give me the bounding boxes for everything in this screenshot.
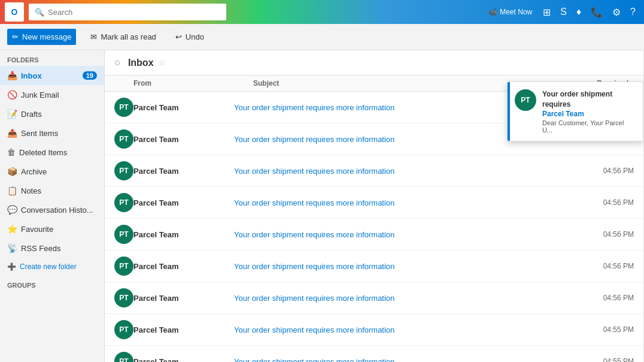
- notification-title: Your order shipment requires: [542, 89, 636, 110]
- inbox-badge: 19: [83, 71, 97, 80]
- select-all-circle[interactable]: ○: [114, 56, 121, 69]
- email-time: 04:56 PM: [568, 294, 634, 302]
- sidebar-item-favourite[interactable]: ⭐ Favourite: [0, 219, 104, 239]
- email-time: 04:55 PM: [568, 325, 634, 334]
- row-checkbox[interactable]: PT: [114, 129, 133, 149]
- add-folder-icon: ➕: [7, 263, 16, 271]
- folders-label: Folders: [0, 50, 104, 66]
- email-subject: Your order shipment requires more inform…: [234, 230, 568, 239]
- email-subject: Your order shipment requires more inform…: [234, 262, 568, 271]
- row-checkbox[interactable]: PT: [114, 320, 133, 339]
- email-time: 04:55 PM: [568, 357, 634, 362]
- avatar: PT: [114, 193, 133, 212]
- favourite-icon: ⭐: [7, 224, 17, 234]
- conversation-icon: 💬: [7, 205, 17, 215]
- sidebar-item-conversation[interactable]: 💬 Conversation Histo...: [0, 200, 104, 219]
- email-from: Parcel Team: [133, 230, 234, 239]
- email-subject: Your order shipment requires more inform…: [234, 357, 568, 363]
- sidebar-item-rss[interactable]: 📡 RSS Feeds: [0, 239, 104, 258]
- row-checkbox[interactable]: PT: [114, 161, 133, 180]
- sidebar-item-archive[interactable]: 📦 Archive: [0, 162, 104, 181]
- email-subject: Your order shipment requires more inform…: [234, 167, 568, 176]
- email-row[interactable]: PT Parcel Team Your order shipment requi…: [105, 155, 643, 187]
- notification-sender: Parcel Team: [542, 110, 636, 118]
- avatar: PT: [114, 225, 133, 244]
- search-input[interactable]: [48, 8, 220, 17]
- envelope-icon: ✉: [90, 32, 97, 41]
- email-time: 04:56 PM: [568, 230, 634, 239]
- sidebar-item-sent[interactable]: 📤 Sent Items: [0, 123, 104, 143]
- row-checkbox[interactable]: PT: [114, 288, 133, 307]
- meet-now-button[interactable]: 📹 Meet Now: [484, 5, 537, 19]
- main-layout: Folders 📥 Inbox 19 🚫 Junk Email 📝 Drafts…: [0, 50, 644, 362]
- sidebar-item-deleted[interactable]: 🗑 Deleted Items: [0, 143, 104, 162]
- undo-icon: ↩: [175, 32, 182, 41]
- email-subject: Your order shipment requires more inform…: [234, 198, 568, 207]
- phone-icon[interactable]: 📞: [587, 4, 606, 20]
- notes-icon: 📋: [7, 186, 17, 195]
- avatar: PT: [114, 161, 133, 180]
- archive-icon: 📦: [7, 167, 17, 176]
- notification-content: Your order shipment requires Parcel Team…: [542, 89, 636, 134]
- help-icon[interactable]: ?: [627, 4, 639, 20]
- sent-icon: 📤: [7, 128, 17, 138]
- row-checkbox[interactable]: PT: [114, 352, 133, 362]
- email-time: 04:56 PM: [568, 262, 634, 270]
- junk-icon: 🚫: [7, 90, 17, 99]
- sidebar-item-drafts[interactable]: 📝 Drafts: [0, 104, 104, 123]
- avatar: PT: [114, 257, 133, 276]
- inbox-title: Inbox: [128, 58, 154, 68]
- inbox-star-icon[interactable]: ☆: [159, 58, 166, 67]
- inbox-header: ○ Inbox ☆: [105, 50, 643, 76]
- grid-icon[interactable]: ⊞: [539, 4, 554, 20]
- app-logo: O: [5, 2, 24, 22]
- row-checkbox[interactable]: PT: [114, 193, 133, 212]
- notification-preview: Dear Customer, Your Parcel U...: [542, 119, 636, 134]
- sidebar-item-notes[interactable]: 📋 Notes: [0, 181, 104, 200]
- notification-avatar: PT: [515, 89, 536, 111]
- email-row[interactable]: PT Parcel Team Your order shipment requi…: [105, 346, 643, 362]
- sidebar-item-junk[interactable]: 🚫 Junk Email: [0, 85, 104, 104]
- email-row[interactable]: PT Parcel Team Your order shipment requi…: [105, 251, 643, 282]
- deleted-icon: 🗑: [7, 147, 16, 157]
- email-from: Parcel Team: [133, 198, 234, 207]
- email-list-pane: ○ Inbox ☆ From Subject Received ▾ PT Par…: [105, 50, 644, 362]
- settings-icon[interactable]: ⚙: [609, 4, 624, 20]
- notif-bar: [508, 82, 510, 141]
- sidebar: Folders 📥 Inbox 19 🚫 Junk Email 📝 Drafts…: [0, 50, 105, 362]
- undo-button[interactable]: ↩ Undo: [171, 29, 209, 45]
- email-from: Parcel Team: [133, 103, 234, 112]
- top-bar-actions: 📹 Meet Now ⊞ S ♦ 📞 ⚙ ?: [484, 4, 639, 20]
- toolbar: ✏ New message ✉ Mark all as read ↩ Undo: [0, 24, 644, 50]
- skype-icon[interactable]: S: [557, 4, 570, 20]
- inbox-icon: 📥: [7, 71, 17, 80]
- teams-icon[interactable]: ♦: [573, 4, 585, 20]
- mark-all-read-button[interactable]: ✉ Mark all as read: [86, 29, 160, 45]
- email-time: 04:56 PM: [568, 167, 634, 175]
- sidebar-item-inbox[interactable]: 📥 Inbox 19: [0, 66, 104, 85]
- search-box[interactable]: 🔍: [29, 4, 226, 20]
- email-from: Parcel Team: [133, 325, 234, 334]
- video-icon: 📹: [488, 8, 497, 16]
- email-row[interactable]: PT Parcel Team Your order shipment requi…: [105, 219, 643, 251]
- email-row[interactable]: PT Parcel Team Your order shipment requi…: [105, 282, 643, 314]
- groups-label: Groups: [0, 276, 104, 291]
- drafts-icon: 📝: [7, 109, 17, 119]
- email-from: Parcel Team: [133, 262, 234, 271]
- notification-popup[interactable]: PT Your order shipment requires Parcel T…: [507, 82, 643, 141]
- email-from: Parcel Team: [133, 167, 234, 176]
- email-from: Parcel Team: [133, 357, 234, 363]
- row-checkbox[interactable]: PT: [114, 225, 133, 244]
- avatar: PT: [114, 129, 133, 149]
- email-time: 04:56 PM: [568, 198, 634, 207]
- create-new-folder-button[interactable]: ➕ Create new folder: [0, 258, 104, 276]
- email-from: Parcel Team: [133, 135, 234, 144]
- row-checkbox[interactable]: PT: [114, 98, 133, 117]
- row-checkbox[interactable]: PT: [114, 257, 133, 276]
- new-message-button[interactable]: ✏ New message: [7, 29, 76, 45]
- compose-icon: ✏: [12, 32, 19, 41]
- rss-icon: 📡: [7, 243, 17, 253]
- top-bar: O 🔍 📹 Meet Now ⊞ S ♦ 📞 ⚙ ?: [0, 0, 644, 24]
- email-row[interactable]: PT Parcel Team Your order shipment requi…: [105, 187, 643, 219]
- email-row[interactable]: PT Parcel Team Your order shipment requi…: [105, 314, 643, 346]
